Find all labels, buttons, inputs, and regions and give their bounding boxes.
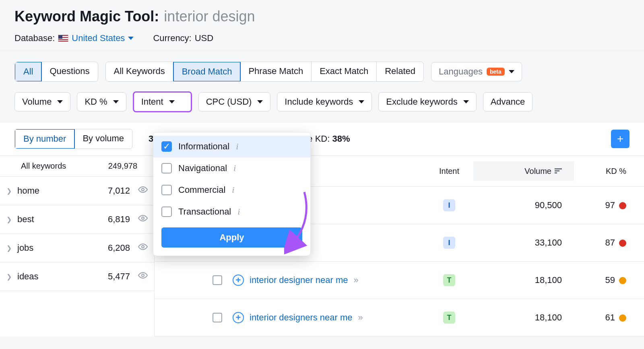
tab-exact-match[interactable]: Exact Match xyxy=(312,62,377,81)
kd-cell: 87 xyxy=(574,237,634,248)
eye-icon[interactable] xyxy=(138,185,148,197)
tab-all[interactable]: All xyxy=(14,62,42,82)
sidebar-item[interactable]: ❯ ideas 5,477 xyxy=(0,262,154,291)
checkbox-icon xyxy=(161,185,172,195)
sidebar-all-keywords-label[interactable]: All keywords xyxy=(21,161,108,171)
info-icon[interactable]: i xyxy=(237,207,240,217)
tab-all-keywords[interactable]: All Keywords xyxy=(106,62,173,81)
expand-icon[interactable]: » xyxy=(354,275,357,285)
filter-advanced-label: Advance xyxy=(491,97,525,107)
chevron-right-icon: ❯ xyxy=(6,187,12,195)
filter-advanced[interactable]: Advance xyxy=(483,92,533,112)
currency-value: USD xyxy=(195,33,213,43)
flag-us-icon xyxy=(58,35,68,42)
tab-phrase-match[interactable]: Phrase Match xyxy=(240,62,312,81)
tab-broad-match[interactable]: Broad Match xyxy=(173,62,241,82)
chevron-down-icon xyxy=(128,37,134,40)
sidebar-item-count: 6,819 xyxy=(108,214,130,225)
tab-related[interactable]: Related xyxy=(377,62,423,81)
svg-point-2 xyxy=(142,246,144,248)
info-icon[interactable]: i xyxy=(232,185,234,195)
intent-option[interactable]: Navigational i xyxy=(153,157,310,179)
chevron-down-icon xyxy=(113,100,119,103)
row-checkbox[interactable] xyxy=(213,275,222,285)
database-label: Database: xyxy=(14,33,55,43)
apply-button[interactable]: Apply xyxy=(161,227,302,248)
kd-cell: 59 xyxy=(574,275,634,285)
chevron-right-icon: ❯ xyxy=(6,216,12,223)
view-by-volume[interactable]: By volume xyxy=(74,129,132,149)
view-tabs: By number By volume xyxy=(14,129,132,149)
kd-dot-icon xyxy=(619,277,626,284)
column-volume[interactable]: Volume xyxy=(473,161,574,181)
intent-option-label: Informational xyxy=(178,141,229,152)
checkbox-icon xyxy=(161,207,172,217)
filter-volume[interactable]: Volume xyxy=(14,92,70,112)
chevron-down-icon xyxy=(57,100,63,103)
volume-cell: 90,500 xyxy=(473,196,574,215)
currency-label: Currency: xyxy=(153,33,191,43)
kd-cell: 97 xyxy=(574,200,634,211)
add-keyword-icon[interactable]: + xyxy=(233,312,244,323)
beta-badge: beta xyxy=(487,68,505,76)
row-checkbox[interactable] xyxy=(213,313,222,322)
sidebar-item-count: 5,477 xyxy=(108,271,130,282)
plus-icon: + xyxy=(617,132,623,145)
eye-icon[interactable] xyxy=(138,271,148,283)
column-kd[interactable]: KD % xyxy=(574,167,634,176)
filter-include[interactable]: Include keywords xyxy=(277,92,372,112)
add-keyword-icon[interactable]: + xyxy=(233,275,244,286)
scope-tabs: All Questions xyxy=(14,62,98,82)
intent-option[interactable]: ✓ Informational i xyxy=(153,136,310,157)
eye-icon[interactable] xyxy=(138,213,148,225)
filter-intent-label: Intent xyxy=(141,97,163,107)
add-button[interactable]: + xyxy=(611,130,630,148)
chevron-down-icon xyxy=(463,100,469,103)
currency-display: Currency: USD xyxy=(153,33,213,43)
sidebar-all-keywords-count: 249,978 xyxy=(108,161,137,171)
languages-button[interactable]: Languages beta xyxy=(431,62,522,81)
intent-option[interactable]: Transactional i xyxy=(153,201,310,223)
chevron-down-icon xyxy=(169,100,175,103)
kd-dot-icon xyxy=(619,240,626,247)
svg-point-1 xyxy=(142,217,144,219)
sidebar-item[interactable]: ❯ home 7,012 xyxy=(0,177,154,205)
filter-kd[interactable]: KD % xyxy=(77,92,126,112)
svg-point-3 xyxy=(142,274,144,277)
filter-exclude[interactable]: Exclude keywords xyxy=(378,92,476,112)
chevron-down-icon xyxy=(359,100,364,103)
eye-icon[interactable] xyxy=(138,242,148,254)
intent-dropdown: ✓ Informational i Navigational i Commerc… xyxy=(153,132,311,256)
page-title: Keyword Magic Tool: xyxy=(14,8,159,25)
volume-cell: 18,100 xyxy=(473,271,574,290)
keyword-link[interactable]: interior designers near me xyxy=(250,312,353,323)
intent-option-label: Navigational xyxy=(178,163,227,173)
svg-rect-6 xyxy=(555,172,557,173)
svg-point-0 xyxy=(142,188,144,191)
chevron-right-icon: ❯ xyxy=(6,244,12,252)
sidebar-item[interactable]: ❯ best 6,819 xyxy=(0,205,154,234)
view-by-number[interactable]: By number xyxy=(14,129,75,149)
intent-badge: I xyxy=(443,237,455,249)
keyword-groups-sidebar: All keywords 249,978 ❯ home 7,012 ❯ best… xyxy=(0,156,155,337)
column-intent[interactable]: Intent xyxy=(425,167,473,176)
checkbox-icon: ✓ xyxy=(161,141,172,152)
sidebar-item[interactable]: ❯ jobs 6,208 xyxy=(0,234,154,262)
database-value: United States xyxy=(72,33,125,43)
info-icon[interactable]: i xyxy=(233,163,236,173)
intent-option[interactable]: Commercial i xyxy=(153,179,310,201)
tab-questions[interactable]: Questions xyxy=(41,62,97,81)
filter-cpc[interactable]: CPC (USD) xyxy=(198,92,271,112)
sort-desc-icon xyxy=(555,167,562,176)
sidebar-item-label: best xyxy=(17,214,102,225)
sidebar-item-label: ideas xyxy=(17,271,102,282)
filter-intent[interactable]: Intent xyxy=(133,91,192,112)
sidebar-item-label: home xyxy=(17,186,102,196)
info-icon[interactable]: i xyxy=(236,141,238,152)
filter-include-label: Include keywords xyxy=(285,97,353,107)
expand-icon[interactable]: » xyxy=(358,312,361,323)
kd-dot-icon xyxy=(619,202,626,209)
database-selector[interactable]: Database: United States xyxy=(14,33,134,43)
intent-option-label: Commercial xyxy=(178,185,225,195)
keyword-link[interactable]: interior designer near me xyxy=(250,275,348,285)
